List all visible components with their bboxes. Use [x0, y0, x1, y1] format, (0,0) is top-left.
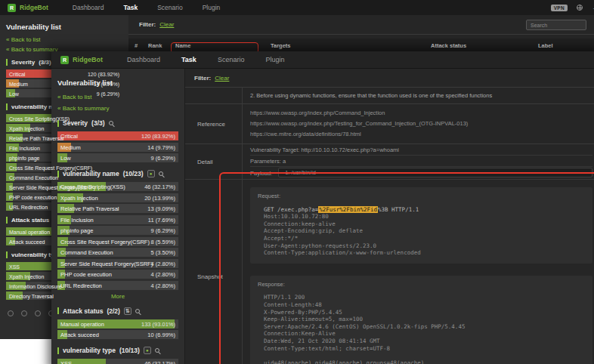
- facet-bar-label: Cross Site Request Forgery(CSRF): [60, 238, 150, 245]
- bg-table-header-cell: Label: [538, 42, 553, 49]
- fg-nav-item[interactable]: Scenario: [218, 56, 245, 63]
- accent-bar: [6, 251, 8, 258]
- sort-icon[interactable]: ⇅: [124, 307, 131, 315]
- footer-icon[interactable]: [8, 310, 14, 316]
- facet-bar[interactable]: URL Redirection 4 (2.80%): [57, 281, 178, 290]
- response-line: Content-Type:text/html; charset=UTF-8: [258, 345, 585, 353]
- bg-severity-title: Severity: [11, 59, 35, 66]
- facet-bar-label: Relative Path Traversal: [9, 135, 63, 140]
- facet-bar-label: phpinfo page: [60, 227, 93, 234]
- facet-bar-label: Attack succeed: [9, 239, 45, 244]
- facet-bar[interactable]: Xpath Injection 20 (13.99%): [57, 193, 178, 202]
- facet-bar[interactable]: Server Side Request Forgery(SSRF) 4 (2.8…: [57, 259, 178, 268]
- fg-vuln-name-heading: vulnerability name (10/23) ●: [57, 170, 178, 177]
- facet-bar-count: 9 (6.29%): [97, 91, 119, 96]
- fg-clear-filter-link[interactable]: Clear: [215, 75, 229, 82]
- facet-bar[interactable]: Manual operation 133 (93.01%): [57, 319, 178, 329]
- fg-vuln-type-title: vulnerability type: [63, 347, 116, 354]
- facet-bar-label: Medium: [9, 81, 28, 86]
- facet-bar[interactable]: phpinfo page 9 (6.29%): [57, 226, 178, 235]
- footer-icon[interactable]: [35, 310, 41, 316]
- facet-bar[interactable]: Relative Path Traversal 13 (9.09%): [57, 204, 178, 213]
- fg-brand-name: RidgeBot: [73, 56, 103, 63]
- facet-bar[interactable]: Critical 120 (83.92%): [57, 131, 178, 140]
- bg-back-to-list-link[interactable]: « Back to list: [6, 36, 122, 43]
- fg-nav-item[interactable]: Dashboard: [127, 56, 160, 63]
- accent-bar: [6, 217, 8, 224]
- reference-row: Reference https://www.owasp.org/index.ph…: [185, 104, 594, 144]
- facet-bar-label: URL Redirection: [9, 204, 48, 209]
- detail-row-label: Detail: [185, 144, 243, 179]
- facet-bar[interactable]: Medium 14 (9.79%): [57, 143, 178, 152]
- accent-bar: [57, 307, 59, 314]
- fg-top-nav: R RidgeBot DashboardTaskScenarioPlugin: [51, 51, 594, 69]
- facet-bar-count: 8 (5.59%): [150, 238, 175, 245]
- request-block: Request: GET /exec.php?a=%2Fusr%2Fbin%2F…: [250, 187, 592, 264]
- solution-text: 2. Before using dynamic functions, ensur…: [243, 88, 594, 103]
- reference-link[interactable]: https://www.owasp.org/index.php/Command_…: [250, 108, 592, 119]
- bg-table-header-cell: Attack status: [431, 42, 466, 49]
- reference-link[interactable]: https://cwe.mitre.org/data/definitions/7…: [250, 129, 592, 140]
- fg-nav-item[interactable]: Task: [181, 56, 196, 63]
- bg-nav-item[interactable]: Plugin: [203, 4, 221, 11]
- facet-bar[interactable]: File Inclusion 11 (7.69%): [57, 215, 178, 224]
- facet-bar-label: File Inclusion: [9, 145, 40, 150]
- request-line: Host:10.10.10.72:80: [258, 213, 585, 221]
- bg-nav-right: VPN →: [551, 4, 586, 11]
- facet-bar[interactable]: Attack succeed 10 (6.99%): [57, 330, 178, 339]
- facet-bar-count: 5 (3.50%): [150, 249, 175, 256]
- facet-bar-label: Cross Site Scripting(XSS): [9, 116, 70, 121]
- facet-bar-label: Cross Site Request Forgery(CSRF): [9, 165, 92, 170]
- vulnerability-target: Vulnerability Target: http://10.10.10.72…: [250, 144, 592, 156]
- response-line: Keep-Alive:timeout=5, max=100: [258, 316, 585, 323]
- filter-toggle-icon[interactable]: ●: [144, 347, 151, 354]
- request-line: Content-Type:application/x-www-form-urle…: [258, 249, 585, 257]
- facet-bar-label: Critical: [9, 71, 25, 76]
- fg-attack-status-count: (2/2): [107, 307, 119, 315]
- search-icon[interactable]: [159, 171, 163, 176]
- fg-brand[interactable]: R RidgeBot: [60, 56, 103, 64]
- bg-nav-item[interactable]: Scenario: [157, 4, 183, 11]
- filter-toggle-icon[interactable]: ●: [147, 170, 155, 177]
- facet-bar-count: 13 (9.09%): [147, 205, 175, 212]
- search-icon[interactable]: [109, 121, 113, 125]
- footer-icon[interactable]: [21, 310, 27, 316]
- solution-row-label: [185, 88, 243, 103]
- facet-bar[interactable]: Low 9 (6.29%): [57, 153, 178, 162]
- fg-severity-count: (3/3): [91, 119, 104, 127]
- search-icon[interactable]: [155, 348, 159, 353]
- more-link[interactable]: More: [57, 293, 178, 300]
- facet-bar[interactable]: XSS 46 (32.17%): [57, 359, 178, 364]
- request-line: Connection:keep-alive: [258, 221, 585, 228]
- search-icon[interactable]: [135, 309, 140, 313]
- bg-brand[interactable]: R RidgeBot: [8, 4, 48, 12]
- ridgebot-logo-icon: R: [60, 56, 69, 64]
- bg-clear-filter-link[interactable]: Clear: [159, 21, 174, 28]
- fg-filter-bar: Filter: Clear: [185, 69, 594, 88]
- fg-nav-item[interactable]: Plugin: [265, 56, 284, 63]
- request-lines: Host:10.10.10.72:80Connection:keep-alive…: [258, 213, 585, 257]
- facet-bar[interactable]: Command Execution 5 (3.50%): [57, 248, 178, 257]
- bg-nav-item[interactable]: Task: [123, 4, 138, 11]
- fg-attack-status-title: Attack status: [63, 307, 103, 315]
- fg-vuln-name-title: vulnerability name: [63, 170, 119, 177]
- reference-link[interactable]: https://www.owasp.org/index.php/Testing_…: [250, 119, 592, 129]
- response-line: Connection:Keep-Alive: [258, 330, 585, 338]
- facet-bar-count: 120 (83.92%): [88, 71, 119, 76]
- payload-subrow: Payload: 1. /usr/bin/id: [250, 167, 592, 179]
- facet-bar[interactable]: PHP code execution 4 (2.80%): [57, 270, 178, 279]
- globe-icon[interactable]: [577, 5, 583, 11]
- fg-back-to-summary-link[interactable]: « Back to summary: [57, 105, 178, 112]
- facet-bar[interactable]: Cross Site Request Forgery(CSRF) 8 (5.59…: [57, 237, 178, 246]
- bg-table-header-cell: Targets: [271, 42, 291, 49]
- request-line: Accept-Encoding:gzip, deflate: [258, 227, 585, 235]
- vpn-badge: VPN: [551, 5, 568, 11]
- facet-bar[interactable]: Cross Site Scripting(XSS) 46 (32.17%): [57, 182, 178, 191]
- fg-nav-items: DashboardTaskScenarioPlugin: [127, 56, 284, 63]
- accent-bar: [6, 103, 8, 110]
- facet-bar-label: File Inclusion: [60, 216, 94, 223]
- bg-nav-item[interactable]: Dashboard: [73, 4, 104, 11]
- search-input[interactable]: [526, 20, 586, 30]
- facet-bar-label: phpinfo page: [9, 155, 39, 160]
- facet-bar-label: Server Side Request Forgery(SSRF): [60, 260, 153, 267]
